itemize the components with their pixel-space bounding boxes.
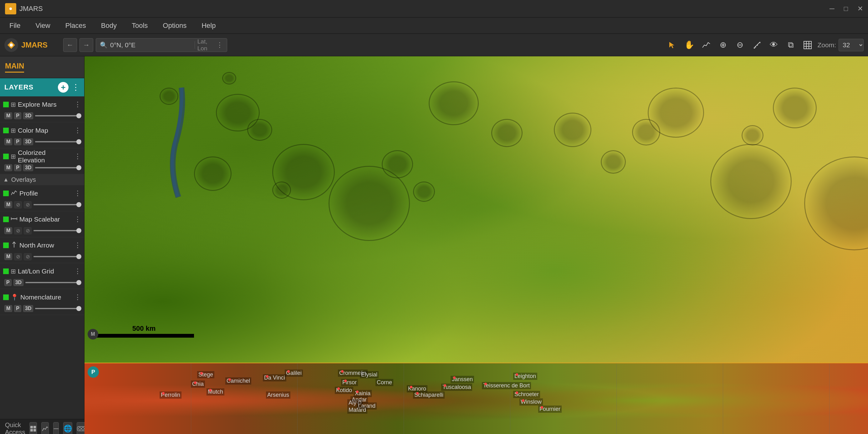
layer-badge-m-color-map[interactable]: M: [4, 138, 12, 145]
crater-16: [632, 119, 660, 146]
layer-badge-m-profile[interactable]: M: [4, 201, 12, 208]
layer-slider-profile[interactable]: [33, 204, 81, 205]
layer-slider-latlon-grid[interactable]: [25, 282, 81, 283]
layer-badge-3d-nomenclature[interactable]: 3D: [23, 305, 33, 312]
layer-slider-explore-mars[interactable]: [35, 115, 81, 116]
layer-slider-scalebar[interactable]: [33, 230, 81, 231]
layer-slider-colorized-elevation[interactable]: [35, 167, 81, 168]
overlays-header[interactable]: ▲ Overlays: [0, 174, 84, 185]
strip-p-badge[interactable]: P: [88, 366, 99, 378]
map-m-badge[interactable]: M: [88, 329, 98, 340]
layer-badge-p-nomenclature[interactable]: P: [14, 305, 21, 312]
strip-grid-7: [829, 363, 830, 434]
add-layer-button[interactable]: +: [58, 82, 68, 93]
layer-badge-p-color-map[interactable]: P: [14, 138, 21, 145]
search-more-button[interactable]: ⋮: [216, 41, 223, 49]
strip-terrain: P Stege Chia Mutch Camichel Da Vinci Per…: [85, 363, 868, 434]
qa-chart-button[interactable]: [41, 422, 49, 434]
minimize-button[interactable]: ─: [830, 5, 835, 13]
zoom-in-tool[interactable]: ⊕: [716, 38, 730, 52]
layer-visibility-latlon-grid[interactable]: [3, 269, 9, 274]
layer-visibility-nomenclature[interactable]: [3, 294, 9, 300]
layer-north-arrow: North Arrow ⋮ M ⊘ ⊘: [0, 237, 84, 263]
zoom-select[interactable]: 32 16 64: [839, 39, 864, 51]
menu-body[interactable]: Body: [95, 20, 123, 32]
menu-help[interactable]: Help: [195, 20, 222, 32]
maximize-button[interactable]: □: [844, 5, 848, 13]
compare-tool[interactable]: ⧉: [783, 38, 798, 52]
layer-visibility-north-arrow[interactable]: [3, 243, 9, 248]
layer-visibility-scalebar[interactable]: [3, 217, 9, 222]
layer-menu-latlon-grid[interactable]: ⋮: [74, 267, 81, 275]
profile-tool[interactable]: [699, 38, 713, 52]
layer-badge-p-colorized-elevation[interactable]: P: [14, 164, 21, 171]
qa-separator-button[interactable]: ─: [53, 422, 59, 434]
pan-tool[interactable]: ✋: [682, 38, 696, 52]
menu-options[interactable]: Options: [156, 20, 193, 32]
layer-badge-p-latlon-grid[interactable]: P: [4, 279, 11, 286]
crater-2: [247, 119, 272, 141]
grid-tool[interactable]: [800, 38, 815, 52]
layer-menu-explore-mars[interactable]: ⋮: [74, 100, 81, 108]
layer-menu-scalebar[interactable]: ⋮: [74, 215, 81, 223]
main-layout: MAIN LAYERS + ⋮ ⊞ Explore Mars ⋮ M P: [0, 56, 868, 434]
eye-tool[interactable]: 👁: [767, 38, 781, 52]
menu-places[interactable]: Places: [59, 20, 92, 32]
layer-map-scalebar: Map Scalebar ⋮ M ⊘ ⊘: [0, 211, 84, 237]
search-box[interactable]: 🔍 Lat, Lon ⋮: [96, 38, 227, 52]
layer-badge-p-explore-mars[interactable]: P: [14, 112, 21, 119]
measure-tool[interactable]: [750, 38, 764, 52]
layer-badge-m-colorized-elevation[interactable]: M: [4, 164, 12, 171]
layer-visibility-color-map[interactable]: [3, 128, 9, 133]
layer-slider-color-map[interactable]: [35, 141, 81, 143]
layer-visibility-profile[interactable]: [3, 191, 9, 196]
layer-badge-r-scalebar[interactable]: ⊘: [14, 227, 22, 235]
menu-file[interactable]: File: [3, 20, 27, 32]
layer-badge-3d-explore-mars[interactable]: 3D: [23, 112, 33, 119]
layer-menu-nomenclature[interactable]: ⋮: [74, 293, 81, 301]
layer-slider-nomenclature[interactable]: [35, 308, 81, 309]
layer-latlon-grid: ⊞ Lat/Lon Grid ⋮ P 3D: [0, 263, 84, 289]
strip-grid-6: [723, 363, 723, 434]
layer-badge-r2-scalebar[interactable]: ⊘: [24, 227, 32, 235]
layer-menu-color-map[interactable]: ⋮: [74, 126, 81, 134]
forward-button[interactable]: →: [80, 38, 93, 52]
layer-menu-colorized-elevation[interactable]: ⋮: [74, 152, 81, 160]
close-button[interactable]: ✕: [857, 5, 863, 13]
strip-label-corne: Corne: [375, 379, 393, 386]
layer-badge-r-north-arrow[interactable]: ⊘: [14, 253, 22, 260]
layer-badge-3d-color-map[interactable]: 3D: [23, 138, 33, 145]
layer-badge-m-scalebar[interactable]: M: [4, 227, 12, 234]
qa-globe-button[interactable]: 🌐: [63, 422, 72, 434]
menu-view[interactable]: View: [29, 20, 56, 32]
strip-dot-7: [341, 370, 344, 373]
layer-badge-m-nomenclature[interactable]: M: [4, 305, 12, 312]
zoom-out-tool[interactable]: ⊖: [733, 38, 747, 52]
layer-menu-profile[interactable]: ⋮: [74, 189, 81, 197]
layer-visibility-colorized-elevation[interactable]: [3, 154, 9, 159]
layer-badge-r2-profile[interactable]: ⊘: [24, 201, 32, 208]
layer-icon-profile: [11, 189, 18, 198]
layer-menu-north-arrow[interactable]: ⋮: [74, 241, 81, 249]
layer-visibility-explore-mars[interactable]: [3, 102, 9, 107]
layer-badge-r2-north-arrow[interactable]: ⊘: [24, 253, 32, 260]
layer-badge-r-profile[interactable]: ⊘: [14, 201, 22, 208]
layer-badge-m-explore-mars[interactable]: M: [4, 112, 12, 119]
strip-dot-1: [200, 372, 203, 375]
menu-tools[interactable]: Tools: [125, 20, 154, 32]
layer-name-colorized-elevation: Colorized Elevation: [18, 149, 72, 164]
layer-slider-north-arrow[interactable]: [33, 256, 81, 257]
main-tab[interactable]: MAIN: [5, 62, 24, 72]
bottom-strip: P Stege Chia Mutch Camichel Da Vinci Per…: [85, 363, 868, 434]
layer-badge-m-north-arrow[interactable]: M: [4, 253, 12, 260]
map-viewport[interactable]: 500 km M: [85, 56, 868, 363]
back-button[interactable]: ←: [63, 38, 77, 52]
layer-name-scalebar: Map Scalebar: [20, 216, 72, 223]
cursor-tool[interactable]: [665, 38, 680, 52]
search-input[interactable]: [110, 41, 192, 49]
scale-bar-line: [94, 334, 194, 338]
layer-badge-3d-latlon-grid[interactable]: 3D: [13, 279, 24, 286]
layer-badge-3d-colorized-elevation[interactable]: 3D: [23, 164, 33, 171]
qa-layers-button[interactable]: [29, 422, 37, 434]
layers-more-button[interactable]: ⋮: [72, 83, 80, 92]
